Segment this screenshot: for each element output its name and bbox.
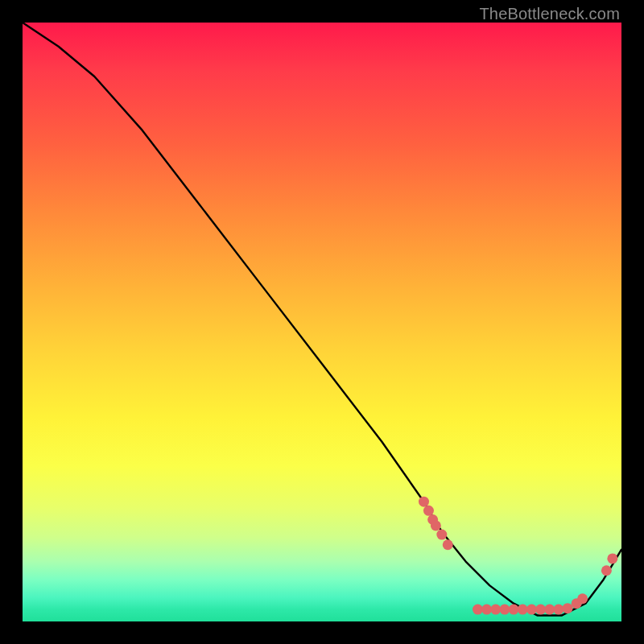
curve-marker [535, 605, 546, 615]
watermark-text: TheBottleneck.com [479, 5, 620, 23]
chart-container: TheBottleneck.com [0, 0, 644, 644]
curve-marker [443, 539, 453, 550]
curve-marker [473, 605, 483, 615]
curve-marker [509, 605, 519, 615]
curve-marker [436, 530, 447, 540]
curve-marker [526, 605, 537, 615]
curve-markers [419, 497, 617, 615]
curve-marker [490, 605, 501, 615]
chart-svg [23, 23, 621, 621]
curve-marker [563, 603, 573, 613]
curve-marker [431, 520, 441, 530]
curve-marker [518, 605, 528, 615]
plot-area [23, 23, 621, 621]
bottleneck-curve-line [23, 23, 621, 616]
curve-marker [423, 506, 434, 516]
curve-marker [544, 605, 555, 615]
curve-marker [577, 593, 588, 604]
curve-marker [499, 605, 510, 615]
curve-marker [419, 497, 429, 507]
curve-marker [601, 565, 612, 576]
curve-marker [481, 605, 492, 615]
curve-marker [607, 553, 617, 564]
curve-marker [553, 605, 564, 615]
